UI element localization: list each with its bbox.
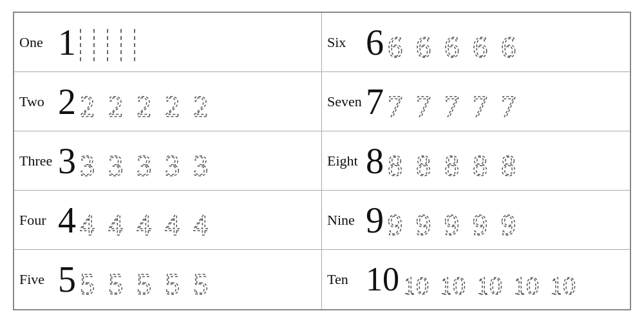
trace-four-3: 4 — [135, 202, 162, 239]
svg-text:2: 2 — [193, 90, 208, 120]
trace-six: 6 6 6 6 6 — [386, 24, 625, 61]
svg-text:5: 5 — [80, 268, 95, 298]
trace-seven-3: 7 — [443, 83, 470, 120]
label-five: Five — [19, 271, 58, 288]
digit-one-solid: 1 — [58, 24, 76, 61]
trace-eight-2: 8 — [415, 142, 442, 180]
label-one: One — [19, 34, 58, 51]
svg-text:10: 10 — [550, 271, 576, 298]
trace-nine: 9 9 9 9 9 — [386, 202, 625, 239]
trace-line-1 — [80, 29, 82, 61]
svg-text:7: 7 — [416, 90, 431, 120]
svg-text:3: 3 — [193, 149, 208, 180]
digit-six-solid: 6 — [366, 24, 384, 61]
trace-six-3: 6 — [443, 24, 470, 61]
trace-one — [80, 24, 136, 61]
digit-eight-solid: 8 — [366, 143, 384, 179]
svg-text:2: 2 — [80, 90, 95, 120]
trace-nine-1: 9 — [386, 202, 413, 239]
trace-four-4: 4 — [164, 202, 191, 239]
trace-four: 4 4 4 4 4 — [79, 202, 316, 239]
trace-eight-5: 8 — [500, 142, 527, 180]
worksheet: One 1 Six 6 6 6 6 6 6 Two 2 2 2 2 2 2 — [13, 12, 631, 310]
svg-text:9: 9 — [444, 209, 459, 239]
trace-ten: 10 10 10 10 10 — [402, 261, 625, 298]
svg-text:2: 2 — [165, 90, 180, 120]
trace-five-3: 5 — [135, 261, 162, 298]
label-seven: Seven — [327, 93, 366, 110]
svg-text:7: 7 — [444, 90, 459, 120]
trace-ten-4: 10 — [512, 261, 547, 298]
trace-two-3: 2 — [135, 83, 162, 120]
label-ten: Ten — [327, 271, 366, 288]
row-three: Three 3 3 3 3 3 3 — [14, 131, 322, 191]
trace-three-3: 3 — [135, 142, 162, 180]
trace-three-1: 3 — [79, 142, 106, 180]
digit-ten-solid: 10 — [366, 263, 399, 296]
svg-text:9: 9 — [473, 209, 488, 239]
trace-two-2: 2 — [107, 83, 134, 120]
row-eight: Eight 8 8 8 8 8 8 — [322, 131, 630, 191]
row-five: Five 5 5 5 5 5 5 — [14, 250, 322, 309]
digit-two-solid: 2 — [58, 84, 76, 120]
trace-line-5 — [134, 29, 136, 61]
svg-text:3: 3 — [137, 149, 151, 180]
svg-text:8: 8 — [388, 149, 402, 180]
trace-six-5: 6 — [500, 24, 527, 61]
svg-text:3: 3 — [108, 149, 123, 180]
svg-text:10: 10 — [403, 271, 429, 298]
svg-text:3: 3 — [165, 149, 180, 180]
svg-text:5: 5 — [165, 268, 180, 298]
trace-seven-5: 7 — [500, 83, 527, 120]
trace-ten-1: 10 — [402, 261, 437, 298]
trace-seven-1: 7 — [386, 83, 413, 120]
trace-eight-1: 8 — [386, 142, 413, 180]
trace-seven-2: 7 — [415, 83, 442, 120]
trace-two-5: 2 — [192, 83, 219, 120]
svg-text:4: 4 — [80, 209, 95, 239]
trace-ten-2: 10 — [439, 261, 474, 298]
trace-eight-3: 8 — [443, 142, 470, 180]
trace-line-3 — [107, 29, 109, 61]
trace-three-2: 3 — [107, 142, 134, 180]
svg-text:5: 5 — [193, 268, 208, 298]
svg-text:4: 4 — [193, 209, 208, 239]
svg-text:6: 6 — [444, 31, 459, 61]
label-two: Two — [19, 93, 58, 110]
trace-five-4: 5 — [164, 261, 191, 298]
trace-six-4: 6 — [471, 24, 498, 61]
svg-text:7: 7 — [388, 90, 402, 120]
svg-text:10: 10 — [440, 271, 466, 298]
digit-five-solid: 5 — [58, 261, 76, 298]
trace-five: 5 5 5 5 5 — [79, 261, 316, 298]
svg-text:9: 9 — [501, 209, 516, 239]
trace-seven-4: 7 — [471, 83, 498, 120]
trace-ten-5: 10 — [549, 261, 584, 298]
svg-text:10: 10 — [477, 271, 502, 298]
trace-line-4 — [120, 29, 122, 61]
svg-text:2: 2 — [108, 90, 123, 120]
trace-four-5: 4 — [192, 202, 219, 239]
trace-nine-2: 9 — [415, 202, 442, 239]
trace-line-2 — [93, 29, 95, 61]
label-four: Four — [19, 212, 58, 229]
trace-five-2: 5 — [107, 261, 134, 298]
svg-text:6: 6 — [501, 31, 516, 61]
trace-two-4: 2 — [164, 83, 191, 120]
trace-eight-4: 8 — [471, 142, 498, 180]
row-seven: Seven 7 7 7 7 7 7 — [322, 72, 630, 131]
svg-text:10: 10 — [513, 271, 539, 298]
trace-nine-5: 9 — [500, 202, 527, 239]
trace-three-5: 3 — [192, 142, 219, 180]
svg-text:4: 4 — [137, 209, 151, 239]
trace-five-1: 5 — [79, 261, 106, 298]
trace-ten-3: 10 — [475, 261, 511, 298]
trace-two: 2 2 2 2 2 — [79, 83, 316, 120]
trace-four-1: 4 — [79, 202, 106, 239]
row-nine: Nine 9 9 9 9 9 9 — [322, 191, 630, 250]
svg-text:6: 6 — [416, 31, 431, 61]
svg-text:6: 6 — [388, 31, 402, 61]
row-one: One 1 — [14, 13, 322, 72]
row-six: Six 6 6 6 6 6 6 — [322, 13, 630, 72]
svg-text:2: 2 — [137, 90, 151, 120]
